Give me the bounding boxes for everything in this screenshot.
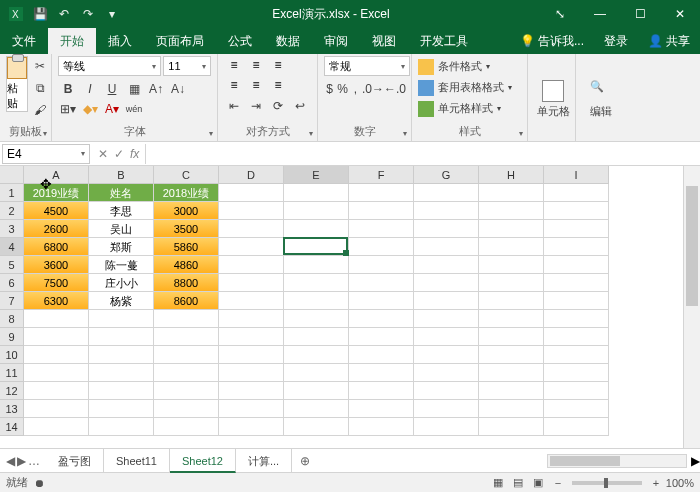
cell[interactable] [414,238,479,256]
horizontal-scrollbar[interactable]: ▶ [318,454,700,468]
tab-nav-next-icon[interactable]: ▶ [17,454,26,468]
share-button[interactable]: 👤共享 [638,28,700,54]
cell[interactable] [544,346,609,364]
number-format-combo[interactable]: 常规▾ [324,56,410,76]
indent-dec-icon[interactable]: ⇤ [224,96,244,116]
cell[interactable] [89,310,154,328]
cell[interactable] [154,382,219,400]
font-name-combo[interactable]: 等线▾ [58,56,161,76]
cell[interactable] [219,418,284,436]
cell-C2[interactable]: 3000 [154,202,219,220]
grid-area[interactable]: 2019业绩 姓名 2018业绩 4500李思3000 2600吴山3500 6… [24,184,683,448]
dec-decimal-icon[interactable]: ←.0 [385,79,405,99]
col-B[interactable]: B [89,166,154,184]
align-top-icon[interactable]: ≡ [224,56,244,74]
table-format-button[interactable]: 套用表格格式▾ [418,77,521,98]
cell[interactable] [349,382,414,400]
cell[interactable] [284,310,349,328]
cell[interactable] [24,400,89,418]
cell[interactable] [544,220,609,238]
row-11[interactable]: 11 [0,364,24,382]
col-D[interactable]: D [219,166,284,184]
wrap-text-icon[interactable]: ↩ [290,96,310,116]
cell-A7[interactable]: 6300 [24,292,89,310]
align-center-icon[interactable]: ≡ [246,76,266,94]
cell[interactable] [24,328,89,346]
cell[interactable] [479,274,544,292]
cell[interactable] [89,382,154,400]
row-14[interactable]: 14 [0,418,24,436]
copy-icon[interactable]: ⧉ [30,78,50,98]
cell[interactable] [544,400,609,418]
cell[interactable] [154,310,219,328]
cell-I1[interactable] [544,184,609,202]
cell-C6[interactable]: 8800 [154,274,219,292]
tab-insert[interactable]: 插入 [96,28,144,54]
cell-E1[interactable] [284,184,349,202]
font-size-combo[interactable]: 11▾ [163,56,211,76]
cell[interactable] [544,292,609,310]
save-icon[interactable]: 💾 [30,4,50,24]
row-6[interactable]: 6 [0,274,24,292]
cell-F1[interactable] [349,184,414,202]
maximize-button[interactable]: ☐ [620,0,660,28]
cell[interactable] [349,310,414,328]
cell[interactable] [414,418,479,436]
sheet-tab-11[interactable]: Sheet11 [104,449,170,473]
cell[interactable] [414,202,479,220]
vertical-scrollbar[interactable] [683,166,700,448]
cell[interactable] [284,382,349,400]
cell-A1[interactable]: 2019业绩 [24,184,89,202]
cell[interactable] [479,220,544,238]
cell-B4[interactable]: 郑斯 [89,238,154,256]
cell[interactable] [284,346,349,364]
cell[interactable] [89,328,154,346]
undo-icon[interactable]: ↶ [54,4,74,24]
font-color-button[interactable]: A▾ [102,99,122,119]
tab-review[interactable]: 审阅 [312,28,360,54]
paste-button[interactable]: 粘贴 [6,56,28,112]
redo-icon[interactable]: ↷ [78,4,98,24]
cell[interactable] [284,238,349,256]
cell[interactable] [414,382,479,400]
close-button[interactable]: ✕ [660,0,700,28]
cell[interactable] [284,202,349,220]
cell[interactable] [24,382,89,400]
cell[interactable] [349,346,414,364]
cell[interactable] [349,328,414,346]
cell[interactable] [154,364,219,382]
select-all-corner[interactable] [0,166,24,184]
col-I[interactable]: I [544,166,609,184]
cell-C3[interactable]: 3500 [154,220,219,238]
cell[interactable] [414,364,479,382]
tab-file[interactable]: 文件 [0,28,48,54]
grow-font-icon[interactable]: A↑ [146,79,166,99]
cell-C5[interactable]: 4860 [154,256,219,274]
cond-format-button[interactable]: 条件格式▾ [418,56,521,77]
tab-dev[interactable]: 开发工具 [408,28,480,54]
col-F[interactable]: F [349,166,414,184]
cell[interactable] [284,256,349,274]
cell[interactable] [219,328,284,346]
cell[interactable] [349,220,414,238]
row-13[interactable]: 13 [0,400,24,418]
cell[interactable] [24,418,89,436]
phonetic-button[interactable]: wén [124,99,144,119]
cell-B2[interactable]: 李思 [89,202,154,220]
row-12[interactable]: 12 [0,382,24,400]
col-A[interactable]: A [24,166,89,184]
cell-C7[interactable]: 8600 [154,292,219,310]
cell-C4[interactable]: 5860 [154,238,219,256]
row-2[interactable]: 2 [0,202,24,220]
format-painter-icon[interactable]: 🖌 [30,100,50,120]
cell-A5[interactable]: 3600 [24,256,89,274]
align-mid-icon[interactable]: ≡ [246,56,266,74]
percent-icon[interactable]: % [337,79,348,99]
zoom-in-icon[interactable]: + [646,477,666,489]
login-button[interactable]: 登录 [594,28,638,54]
cell[interactable] [219,364,284,382]
cell[interactable] [544,364,609,382]
fx-icon[interactable]: fx [130,147,139,161]
cell[interactable] [89,346,154,364]
tab-nav-prev-icon[interactable]: ◀ [6,454,15,468]
